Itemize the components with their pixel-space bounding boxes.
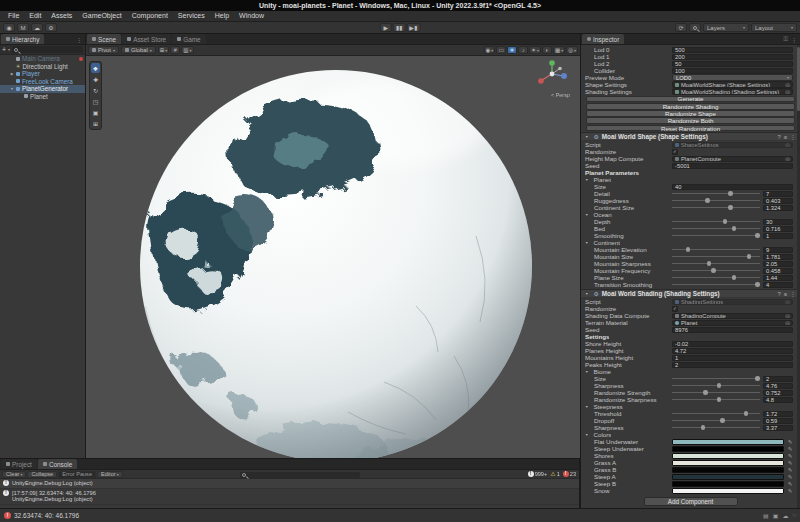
clear-button[interactable]: Clear▾ bbox=[2, 471, 26, 478]
inspector-row-colors[interactable]: ▼Colors bbox=[581, 431, 800, 438]
hierarchy-item-main-camera[interactable]: Main Camera bbox=[0, 55, 85, 63]
eyedropper-icon[interactable]: ✎ bbox=[787, 481, 793, 487]
dropoff-slider[interactable] bbox=[672, 417, 760, 424]
mountain-size-value-field[interactable]: 1.781 bbox=[763, 254, 793, 260]
object-picker-icon[interactable]: ◎ bbox=[785, 142, 790, 148]
cloud-icon[interactable]: ☁ bbox=[31, 23, 43, 32]
slider-knob[interactable] bbox=[744, 411, 749, 416]
slider-knob[interactable] bbox=[755, 233, 760, 238]
height-map-compute-object-field[interactable]: PlanetCompute◎ bbox=[672, 156, 793, 163]
help-icon[interactable]: ? bbox=[778, 291, 781, 297]
slider-knob[interactable] bbox=[717, 397, 722, 402]
create-dropdown-icon[interactable]: ▾ bbox=[8, 47, 10, 52]
snap-increment-icon[interactable]: ▥▾ bbox=[181, 46, 193, 54]
object-picker-icon[interactable]: ◎ bbox=[785, 89, 790, 95]
randomize-checkbox[interactable]: ✓ bbox=[672, 306, 678, 312]
slider-knob[interactable] bbox=[755, 376, 760, 381]
version-control-icon[interactable]: M bbox=[17, 23, 29, 32]
tab-asset-store[interactable]: Asset Store bbox=[122, 34, 171, 44]
error-pause-button[interactable]: Error Pause bbox=[58, 471, 96, 478]
preview-mode-dropdown[interactable]: LOD0▾ bbox=[672, 74, 793, 81]
undo-history-icon[interactable]: ⟳ bbox=[675, 23, 687, 32]
tab-scene[interactable]: Scene bbox=[87, 34, 121, 44]
add-component-button[interactable]: Add Component bbox=[644, 497, 738, 506]
smoothing-slider[interactable] bbox=[672, 232, 760, 239]
activity-icon[interactable]: ◌ bbox=[792, 512, 796, 519]
grass-b-color-swatch[interactable] bbox=[672, 467, 784, 473]
randomize-shape-button[interactable]: Randomize Shape bbox=[586, 110, 795, 117]
object-picker-icon[interactable]: ◎ bbox=[785, 313, 790, 319]
shore-height-field[interactable]: -0.02 bbox=[672, 341, 793, 347]
seed-field[interactable]: -5001 bbox=[672, 163, 793, 169]
eyedropper-icon[interactable]: ✎ bbox=[787, 446, 793, 452]
presets-icon[interactable]: ≡ bbox=[784, 134, 787, 140]
object-picker-icon[interactable]: ◎ bbox=[785, 156, 790, 162]
slider-knob[interactable] bbox=[728, 191, 733, 196]
randomize-both-button[interactable]: Randomize Both bbox=[586, 117, 795, 124]
depth-value-field[interactable]: 30 bbox=[763, 219, 793, 225]
presets-icon[interactable]: ≡ bbox=[784, 291, 787, 297]
menu-item-assets[interactable]: Assets bbox=[46, 11, 77, 21]
size-value-field[interactable]: 2 bbox=[763, 376, 793, 382]
menu-item-edit[interactable]: Edit bbox=[24, 11, 46, 21]
inspector-menu-icon[interactable]: ⋮ bbox=[791, 36, 797, 43]
hierarchy-item-planet[interactable]: Planet bbox=[0, 93, 85, 101]
size-field[interactable]: 40 bbox=[672, 184, 793, 190]
shape-settings-component-header[interactable]: ▼⚙Moai World Shape (Shape Settings)?≡⋮ bbox=[581, 132, 800, 141]
randomize-strength-value-field[interactable]: 0.752 bbox=[763, 390, 793, 396]
transition-smoothing-value-field[interactable]: 4 bbox=[763, 282, 793, 288]
bed-value-field[interactable]: 0.716 bbox=[763, 226, 793, 232]
object-picker-icon[interactable]: ◎ bbox=[785, 299, 790, 305]
slider-knob[interactable] bbox=[732, 226, 737, 231]
slider-knob[interactable] bbox=[732, 275, 737, 280]
terrain-material-object-field[interactable]: Planet◎ bbox=[672, 320, 793, 327]
generate-button[interactable]: Generate bbox=[586, 96, 795, 103]
hierarchy-item-planetgenerator[interactable]: ▼PlanetGenerator bbox=[0, 85, 85, 93]
menu-item-help[interactable]: Help bbox=[210, 11, 234, 21]
flat-underwater-color-swatch[interactable] bbox=[672, 439, 784, 445]
search-icon[interactable] bbox=[689, 23, 701, 32]
error-status-icon[interactable]: ! bbox=[4, 512, 11, 519]
transition-smoothing-slider[interactable] bbox=[672, 281, 760, 288]
inspector-row-planet[interactable]: ▼Planet bbox=[581, 176, 800, 183]
foldout-open-icon[interactable]: ▼ bbox=[10, 87, 14, 91]
pause-button[interactable]: ▮▮ bbox=[393, 23, 406, 32]
foldout-closed-icon[interactable]: ▶ bbox=[10, 72, 14, 76]
slider-knob[interactable] bbox=[755, 282, 760, 287]
lod-1-field[interactable]: 200 bbox=[672, 54, 793, 60]
rect-tool-icon[interactable]: ▣ bbox=[91, 107, 100, 117]
object-picker-icon[interactable]: ◎ bbox=[785, 320, 790, 326]
eyedropper-icon[interactable]: ✎ bbox=[787, 460, 793, 466]
randomize-strength-slider[interactable] bbox=[672, 389, 760, 396]
slider-knob[interactable] bbox=[711, 268, 716, 273]
bed-slider[interactable] bbox=[672, 225, 760, 232]
code-editor-icon[interactable]: ▣ bbox=[773, 512, 779, 519]
slider-knob[interactable] bbox=[701, 425, 706, 430]
planes-height-field[interactable]: 4.72 bbox=[672, 348, 793, 354]
inspector-row-continent[interactable]: ▼Continent bbox=[581, 239, 800, 246]
collab-cloud-icon[interactable]: ☁ bbox=[782, 512, 788, 519]
slider-knob[interactable] bbox=[703, 390, 708, 395]
lod-2-field[interactable]: 50 bbox=[672, 61, 793, 67]
dropoff-value-field[interactable]: 0.59 bbox=[763, 418, 793, 424]
continent-size-slider[interactable] bbox=[672, 204, 760, 211]
menu-item-gameobject[interactable]: GameObject bbox=[77, 11, 126, 21]
info-count[interactable]: !999+ bbox=[528, 471, 548, 477]
scene-viewport[interactable]: ❖✚↻◳▣⊞ < Persp bbox=[86, 56, 580, 458]
eyedropper-icon[interactable]: ✎ bbox=[787, 488, 793, 494]
slider-knob[interactable] bbox=[705, 198, 710, 203]
lighting-icon[interactable]: ☀ bbox=[507, 46, 517, 54]
foldout-open-icon[interactable]: ▼ bbox=[585, 292, 588, 296]
inspector-row-steepness[interactable]: ▼Steepness bbox=[581, 403, 800, 410]
effects-icon[interactable]: ✦▾ bbox=[529, 46, 541, 54]
mountain-sharpness-slider[interactable] bbox=[672, 260, 760, 267]
threshold-slider[interactable] bbox=[672, 410, 760, 417]
status-message[interactable]: 32.63474: 40: 46.1796 bbox=[14, 512, 79, 519]
continent-size-value-field[interactable]: 1.324 bbox=[763, 205, 793, 211]
slider-knob[interactable] bbox=[747, 254, 752, 259]
account-icon[interactable]: ◉ bbox=[3, 23, 15, 32]
hierarchy-item-freelook-camera[interactable]: FreeLook Camera bbox=[0, 78, 85, 86]
console-log-entry[interactable]: !UnityEngine.Debug:Log (object) bbox=[0, 479, 579, 489]
context-menu-icon[interactable]: ⋮ bbox=[790, 134, 796, 140]
inspector-row-biome[interactable]: ▼Biome bbox=[581, 368, 800, 375]
